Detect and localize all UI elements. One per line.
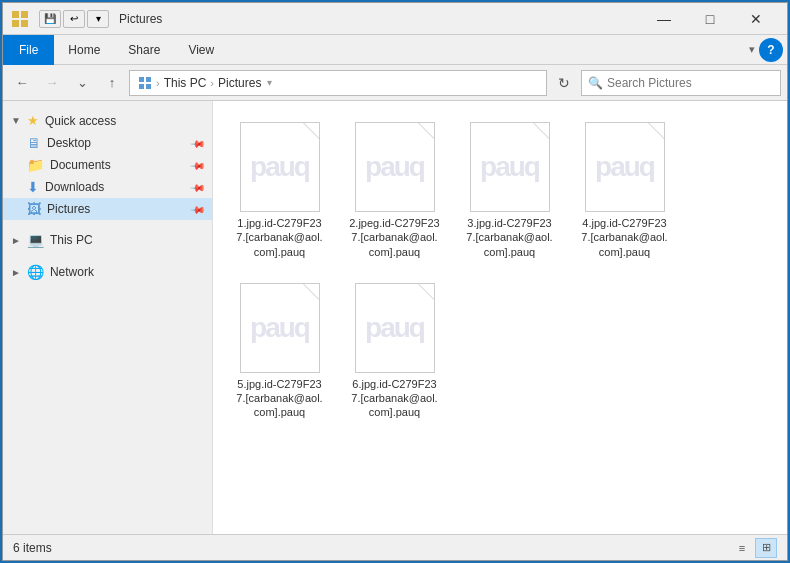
downloads-icon: ⬇ bbox=[27, 179, 39, 195]
file-item[interactable]: pauq2.jpeg.id-C279F237.[carbanak@aol.com… bbox=[342, 115, 447, 266]
title-bar: 💾 ↩ ▾ Pictures — □ ✕ bbox=[3, 3, 787, 35]
menu-file[interactable]: File bbox=[3, 35, 54, 65]
content-area: pauq1.jpg.id-C279F237.[carbanak@aol.com]… bbox=[213, 101, 787, 534]
file-grid: pauq1.jpg.id-C279F237.[carbanak@aol.com]… bbox=[223, 111, 777, 431]
this-pc-label: This PC bbox=[50, 233, 93, 247]
this-pc-icon: 💻 bbox=[27, 232, 44, 248]
svg-rect-5 bbox=[146, 77, 151, 82]
network-icon: 🌐 bbox=[27, 264, 44, 280]
status-bar: 6 items ≡ ⊞ bbox=[3, 534, 787, 560]
refresh-button[interactable]: ↻ bbox=[551, 70, 577, 96]
main-area: ▼ ★ Quick access 🖥 Desktop 📌 📁 Documents… bbox=[3, 101, 787, 534]
window-icon bbox=[11, 10, 29, 28]
dropdown-button[interactable]: ⌄ bbox=[69, 70, 95, 96]
file-item[interactable]: pauq3.jpg.id-C279F237.[carbanak@aol.com]… bbox=[457, 115, 562, 266]
path-dropdown-icon[interactable]: ▾ bbox=[267, 77, 272, 88]
path-pictures[interactable]: Pictures bbox=[218, 76, 261, 90]
file-thumbnail: pauq bbox=[355, 122, 435, 212]
pictures-label: Pictures bbox=[47, 202, 90, 216]
svg-rect-4 bbox=[139, 77, 144, 82]
svg-rect-1 bbox=[21, 11, 28, 18]
file-item[interactable]: pauq6.jpg.id-C279F237.[carbanak@aol.com]… bbox=[342, 276, 447, 427]
path-sep-2: › bbox=[210, 77, 214, 89]
path-icon bbox=[138, 76, 152, 90]
expand-ribbon-icon[interactable]: ▾ bbox=[749, 43, 755, 56]
svg-rect-3 bbox=[21, 20, 28, 27]
menu-view[interactable]: View bbox=[174, 35, 228, 65]
desktop-pin-icon: 📌 bbox=[190, 135, 206, 151]
up-button[interactable]: ↑ bbox=[99, 70, 125, 96]
window-controls: — □ ✕ bbox=[641, 3, 779, 35]
sidebar-item-downloads[interactable]: ⬇ Downloads 📌 bbox=[3, 176, 212, 198]
network-chevron: ► bbox=[11, 267, 21, 278]
quick-access-label: Quick access bbox=[45, 114, 116, 128]
menu-home[interactable]: Home bbox=[54, 35, 114, 65]
minimize-button[interactable]: — bbox=[641, 3, 687, 35]
file-watermark: pauq bbox=[480, 151, 539, 183]
maximize-button[interactable]: □ bbox=[687, 3, 733, 35]
this-pc-header[interactable]: ► 💻 This PC bbox=[3, 228, 212, 252]
file-thumbnail: pauq bbox=[240, 122, 320, 212]
menu-right: ▾ ? bbox=[749, 38, 787, 62]
quick-access-star-icon: ★ bbox=[27, 113, 39, 128]
svg-rect-2 bbox=[12, 20, 19, 27]
quick-access-chevron: ▼ bbox=[11, 115, 21, 126]
item-count: 6 items bbox=[13, 541, 52, 555]
file-watermark: pauq bbox=[595, 151, 654, 183]
quick-access-header[interactable]: ▼ ★ Quick access bbox=[3, 109, 212, 132]
file-watermark: pauq bbox=[250, 151, 309, 183]
grid-view-button[interactable]: ⊞ bbox=[755, 538, 777, 558]
file-item[interactable]: pauq5.jpg.id-C279F237.[carbanak@aol.com]… bbox=[227, 276, 332, 427]
documents-pin-icon: 📌 bbox=[190, 157, 206, 173]
downloads-label: Downloads bbox=[45, 180, 104, 194]
documents-label: Documents bbox=[50, 158, 111, 172]
address-bar: ← → ⌄ ↑ › This PC › Pictures ▾ ↻ 🔍 bbox=[3, 65, 787, 101]
file-name: 6.jpg.id-C279F237.[carbanak@aol.com].pau… bbox=[349, 377, 440, 420]
search-box[interactable]: 🔍 bbox=[581, 70, 781, 96]
pictures-folder-icon: 🖼 bbox=[27, 201, 41, 217]
forward-button[interactable]: → bbox=[39, 70, 65, 96]
desktop-label: Desktop bbox=[47, 136, 91, 150]
qs-dropdown-btn[interactable]: ▾ bbox=[87, 10, 109, 28]
file-thumbnail: pauq bbox=[585, 122, 665, 212]
path-this-pc[interactable]: This PC bbox=[164, 76, 207, 90]
file-item[interactable]: pauq4.jpg.id-C279F237.[carbanak@aol.com]… bbox=[572, 115, 677, 266]
search-icon: 🔍 bbox=[588, 76, 603, 90]
documents-icon: 📁 bbox=[27, 157, 44, 173]
qs-undo-btn[interactable]: ↩ bbox=[63, 10, 85, 28]
menu-share[interactable]: Share bbox=[114, 35, 174, 65]
file-name: 4.jpg.id-C279F237.[carbanak@aol.com].pau… bbox=[579, 216, 670, 259]
file-name: 2.jpeg.id-C279F237.[carbanak@aol.com].pa… bbox=[349, 216, 440, 259]
quick-access-toolbar: 💾 ↩ ▾ bbox=[39, 10, 109, 28]
svg-rect-6 bbox=[139, 84, 144, 89]
search-input[interactable] bbox=[607, 76, 774, 90]
file-explorer-window: 💾 ↩ ▾ Pictures — □ ✕ File Home Share Vie… bbox=[2, 2, 788, 561]
svg-rect-0 bbox=[12, 11, 19, 18]
file-watermark: pauq bbox=[250, 312, 309, 344]
desktop-icon: 🖥 bbox=[27, 135, 41, 151]
window-title: Pictures bbox=[119, 12, 162, 26]
back-button[interactable]: ← bbox=[9, 70, 35, 96]
sidebar-item-pictures[interactable]: 🖼 Pictures 📌 bbox=[3, 198, 212, 220]
file-thumbnail: pauq bbox=[470, 122, 550, 212]
path-sep-1: › bbox=[156, 77, 160, 89]
file-name: 3.jpg.id-C279F237.[carbanak@aol.com].pau… bbox=[464, 216, 555, 259]
file-name: 5.jpg.id-C279F237.[carbanak@aol.com].pau… bbox=[234, 377, 325, 420]
file-watermark: pauq bbox=[365, 312, 424, 344]
downloads-pin-icon: 📌 bbox=[190, 179, 206, 195]
pictures-pin-icon: 📌 bbox=[190, 201, 206, 217]
menu-bar: File Home Share View ▾ ? bbox=[3, 35, 787, 65]
view-controls: ≡ ⊞ bbox=[731, 538, 777, 558]
sidebar-item-documents[interactable]: 📁 Documents 📌 bbox=[3, 154, 212, 176]
title-bar-left: 💾 ↩ ▾ Pictures bbox=[11, 10, 162, 28]
file-thumbnail: pauq bbox=[240, 283, 320, 373]
list-view-button[interactable]: ≡ bbox=[731, 538, 753, 558]
address-path[interactable]: › This PC › Pictures ▾ bbox=[129, 70, 547, 96]
sidebar-item-desktop[interactable]: 🖥 Desktop 📌 bbox=[3, 132, 212, 154]
sidebar: ▼ ★ Quick access 🖥 Desktop 📌 📁 Documents… bbox=[3, 101, 213, 534]
close-button[interactable]: ✕ bbox=[733, 3, 779, 35]
file-item[interactable]: pauq1.jpg.id-C279F237.[carbanak@aol.com]… bbox=[227, 115, 332, 266]
help-button[interactable]: ? bbox=[759, 38, 783, 62]
network-header[interactable]: ► 🌐 Network bbox=[3, 260, 212, 284]
qs-save-btn[interactable]: 💾 bbox=[39, 10, 61, 28]
